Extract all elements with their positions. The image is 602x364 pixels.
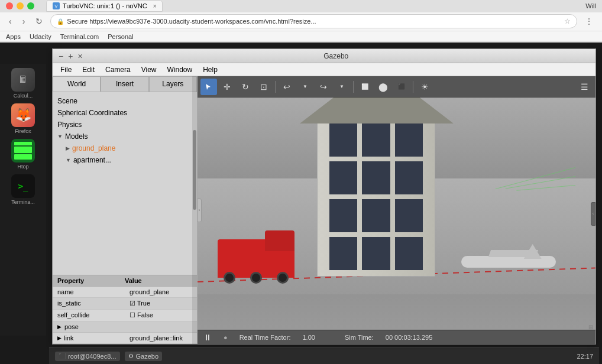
window-2 [362, 124, 390, 157]
link-text: link [64, 334, 74, 342]
bookmark-star-icon[interactable]: ☆ [564, 17, 571, 25]
box-tool-button[interactable]: ⬜ [357, 79, 373, 95]
gazebo-titlebar: − + × Gazebo [53, 49, 595, 63]
tab-insert[interactable]: Insert [101, 76, 148, 92]
sidebar-icon-firefox[interactable]: 🦊 Firefox [7, 102, 40, 135]
is-static-checkbox[interactable]: ☑ [130, 300, 135, 307]
bookmark-apps[interactable]: Apps [6, 33, 21, 40]
terminal-icon: >_ [11, 174, 35, 198]
pose-label: pose [64, 323, 79, 330]
translate-tool-button[interactable]: ✛ [219, 79, 235, 95]
menu-window[interactable]: Window [163, 64, 198, 75]
pause-button[interactable]: ⏸ [203, 333, 212, 342]
terminal-app-label: root@0409ec8... [68, 353, 116, 360]
tab-layers[interactable]: Layers [149, 76, 197, 92]
calculator-icon: 🖩 [11, 68, 35, 92]
prop-self-collide-value[interactable]: ☐ False [125, 310, 197, 321]
settings-button[interactable]: ☰ [576, 79, 593, 95]
prop-link-label[interactable]: ▶ link [53, 333, 125, 343]
back-button[interactable]: ‹ [6, 15, 15, 27]
cylinder-tool-button[interactable]: ⬛ [393, 79, 410, 95]
undo-dropdown-button[interactable]: ▼ [297, 79, 313, 95]
prop-row-link: ▶ link ground_plane::link [53, 333, 197, 344]
pose-expand-icon: ▶ [57, 324, 62, 330]
undo-button[interactable]: ↩ [279, 79, 295, 95]
property-column-header: Property [57, 277, 125, 284]
prop-is-static-label: is_static [53, 298, 125, 309]
viewport-resize-handle[interactable] [588, 323, 594, 329]
prop-self-collide-label: self_collide [53, 310, 125, 321]
wheel-front [224, 272, 235, 284]
bookmark-terminal-label: Terminal.com [60, 33, 99, 40]
scroll-track[interactable] [192, 76, 197, 344]
ground-plane-arrow-icon: ▶ [66, 145, 70, 151]
redo-dropdown-button[interactable]: ▼ [334, 79, 350, 95]
address-text: Secure https://viewa9bc937e-3000.udacity… [67, 18, 561, 25]
redo-button[interactable]: ↪ [315, 79, 332, 95]
sidebar-icon-terminal[interactable]: >_ Termina... [7, 173, 40, 206]
refresh-button[interactable]: ↻ [33, 15, 46, 27]
sim-time-value: 00 00:03:13.295 [386, 334, 433, 341]
self-collide-checkbox[interactable]: ☐ [130, 311, 135, 318]
close-traffic-light[interactable] [6, 2, 13, 9]
prop-is-static-value[interactable]: ☑ True [125, 298, 197, 309]
cursor-tool-button[interactable] [200, 79, 217, 95]
bookmark-personal[interactable]: Personal [108, 33, 133, 40]
menu-camera[interactable]: Camera [101, 64, 135, 75]
address-bar[interactable]: 🔒 Secure https://viewa9bc937e-3000.udaci… [50, 14, 577, 28]
prop-section-pose[interactable]: ▶ pose [53, 321, 197, 333]
sidebar-icon-calculator[interactable]: 🖩 Calcul... [7, 67, 40, 99]
scene-label: Scene [57, 97, 77, 105]
gazebo-maximize-button[interactable]: + [68, 51, 73, 61]
gazebo-title: Gazebo [83, 52, 590, 60]
minimize-traffic-light[interactable] [17, 2, 24, 9]
sidebar-icon-htop[interactable]: Htop [7, 138, 40, 170]
extensions-button[interactable]: ⋮ [582, 15, 596, 27]
bookmark-udacity[interactable]: Udacity [30, 33, 51, 40]
panel-collapse-handle[interactable]: › [197, 199, 202, 222]
firefox-label: Firefox [15, 128, 31, 134]
forward-button[interactable]: › [20, 15, 28, 27]
browser-bar: V TurboVNC: unix:1 () - noVNC × Will ‹ ›… [0, 0, 602, 43]
menu-edit[interactable]: Edit [77, 64, 99, 75]
tree-item-ground-plane[interactable]: ▶ ground_plane [53, 142, 197, 154]
building-roof [300, 98, 454, 124]
scene-background: ‹ [198, 98, 595, 330]
ground-plane-label: ground_plane [72, 144, 115, 152]
os-taskbar: ⬛ root@0409ec8... ⚙ Gazebo 22:17 [49, 347, 599, 364]
browser-user: Will [585, 2, 596, 9]
3d-viewport[interactable]: ‹ [198, 98, 595, 330]
tree-item-spherical[interactable]: Spherical Coordinates [53, 107, 197, 119]
gazebo-close-button[interactable]: × [77, 51, 82, 61]
menu-file[interactable]: File [56, 64, 76, 75]
bookmark-terminal[interactable]: Terminal.com [60, 33, 99, 40]
scale-screen-button[interactable]: ⊡ [255, 79, 272, 95]
link-expand-icon: ▶ [57, 335, 62, 341]
menu-help[interactable]: Help [198, 64, 222, 75]
tree-item-scene[interactable]: Scene [53, 95, 197, 107]
gazebo-window: − + × Gazebo File Edit Camera View Windo… [52, 48, 596, 344]
tree-item-physics[interactable]: Physics [53, 119, 197, 131]
tree-item-models[interactable]: ▼ Models [53, 131, 197, 142]
tab-close-button[interactable]: × [153, 3, 157, 9]
os-window: V TurboVNC: unix:1 () - noVNC × Will ‹ ›… [0, 0, 602, 364]
firefox-icon: 🦊 [11, 103, 35, 127]
tab-world[interactable]: World [53, 76, 101, 92]
window-11 [362, 237, 390, 270]
window-6 [395, 161, 423, 194]
right-panel-collapse-handle[interactable]: ‹ [591, 202, 595, 226]
toolbar-separator-2 [353, 81, 354, 93]
tree-item-apartment[interactable]: ▼ apartment... [53, 154, 197, 166]
maximize-traffic-light[interactable] [27, 2, 34, 9]
taskbar-app-gazebo[interactable]: ⚙ Gazebo [125, 352, 163, 361]
rotate-tool-button[interactable]: ↻ [237, 79, 254, 95]
gazebo-minimize-button[interactable]: − [59, 51, 63, 61]
properties-panel: Property Value name ground_plane is_stat… [53, 275, 197, 344]
menu-view[interactable]: View [137, 64, 161, 75]
taskbar-app-terminal[interactable]: ⬛ root@0409ec8... [55, 352, 120, 361]
browser-tab[interactable]: V TurboVNC: unix:1 () - noVNC × [46, 0, 163, 12]
sphere-tool-button[interactable]: ⬤ [375, 79, 391, 95]
scroll-thumb[interactable] [193, 130, 196, 210]
airplane-body [461, 256, 556, 268]
sun-tool-button[interactable]: ☀ [416, 79, 433, 95]
